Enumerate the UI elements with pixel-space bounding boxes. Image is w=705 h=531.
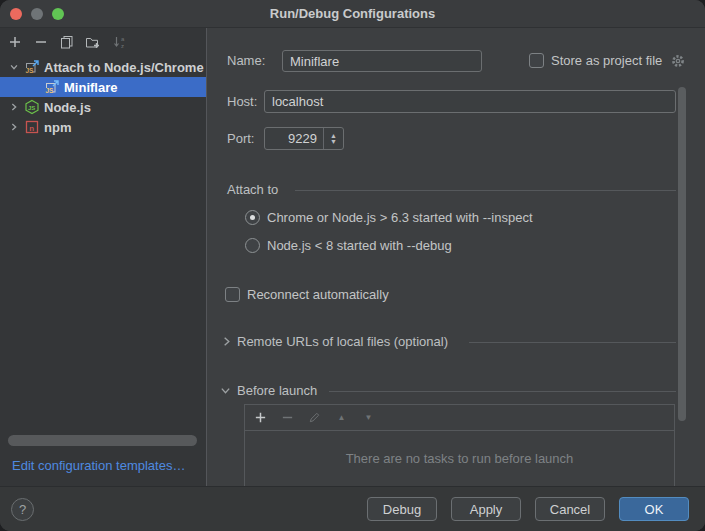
before-launch-toolbar: ▲ ▼ (245, 405, 674, 431)
configurations-sidebar: az JS Attach to Node.js/Chrome JS (0, 28, 207, 486)
tree-item-label: Attach to Node.js/Chrome (44, 60, 204, 75)
run-debug-configurations-dialog: Run/Debug Configurations az (0, 0, 705, 531)
radio-chrome-inspect-label: Chrome or Node.js > 6.3 started with --i… (267, 210, 533, 226)
sidebar-toolbar: az (0, 28, 206, 55)
help-button[interactable]: ? (11, 498, 34, 521)
svg-text:JS: JS (46, 87, 55, 94)
radio-nodejs-debug[interactable] (245, 238, 260, 253)
copy-configuration-icon[interactable] (59, 34, 74, 49)
svg-text:n: n (29, 124, 34, 133)
tree-item-nodejs[interactable]: JS Node.js (0, 97, 206, 117)
name-label: Name: (227, 50, 265, 72)
nodejs-icon: JS (24, 99, 40, 115)
tree-item-npm[interactable]: n npm (0, 117, 206, 137)
port-value[interactable]: 9229 (265, 128, 323, 149)
stepper-down-icon[interactable]: ▼ (330, 139, 337, 145)
sort-configurations-icon[interactable]: az (111, 34, 126, 49)
cancel-button[interactable]: Cancel (535, 497, 605, 521)
gear-icon[interactable] (671, 54, 685, 68)
host-input[interactable] (264, 90, 676, 113)
host-label: Host: (227, 90, 257, 113)
remote-urls-section-label[interactable]: Remote URLs of local files (optional) (237, 335, 448, 349)
new-folder-icon[interactable] (85, 34, 100, 49)
dialog-footer: ? Debug Apply Cancel OK (0, 486, 705, 531)
sidebar-horizontal-scrollbar[interactable] (8, 435, 197, 446)
port-stepper[interactable]: ▲▼ (323, 128, 343, 149)
store-as-project-file-checkbox[interactable] (529, 53, 544, 68)
svg-text:z: z (121, 42, 124, 48)
add-configuration-icon[interactable] (7, 34, 22, 49)
tree-item-label: Miniflare (64, 80, 117, 95)
svg-text:JS: JS (26, 67, 35, 74)
apply-button[interactable]: Apply (451, 497, 521, 521)
attach-nodejs-icon: JS (44, 79, 60, 95)
svg-text:JS: JS (28, 105, 35, 111)
store-as-project-file-label: Store as project file (551, 50, 662, 72)
radio-nodejs-debug-label: Node.js < 8 started with --debug (267, 238, 452, 254)
attach-nodejs-icon: JS (24, 59, 40, 75)
close-window-button[interactable] (10, 8, 22, 20)
tree-item-label: Node.js (44, 100, 91, 115)
port-input[interactable]: 9229 ▲▼ (264, 127, 344, 150)
configuration-form: Name: Store as project file Host: Port: … (207, 28, 705, 486)
reconnect-automatically-label: Reconnect automatically (247, 287, 389, 303)
section-separator (329, 391, 676, 392)
edit-task-icon (307, 410, 322, 425)
before-launch-tasks-panel: ▲ ▼ There are no tasks to run before lau… (244, 404, 675, 486)
move-task-up-icon: ▲ (334, 410, 349, 425)
chevron-right-icon[interactable] (8, 121, 20, 133)
content-vertical-scrollbar[interactable] (678, 87, 686, 421)
window-controls (0, 8, 64, 20)
attach-to-section-label: Attach to (227, 183, 278, 197)
remove-configuration-icon[interactable] (33, 34, 48, 49)
move-task-down-icon: ▼ (361, 410, 376, 425)
tree-item-label: npm (44, 120, 71, 135)
svg-text:a: a (121, 36, 125, 42)
chevron-right-icon[interactable] (221, 336, 232, 347)
tree-item-miniflare-selected[interactable]: JS Miniflare (0, 77, 206, 97)
minimize-window-button (31, 8, 43, 20)
tree-item-attach-to-nodejs-chrome[interactable]: JS Attach to Node.js/Chrome (0, 57, 206, 77)
section-separator (295, 190, 676, 191)
port-label: Port: (227, 127, 254, 150)
ok-button[interactable]: OK (619, 497, 689, 521)
zoom-window-button[interactable] (52, 8, 64, 20)
section-separator (469, 342, 676, 343)
chevron-right-icon[interactable] (8, 101, 20, 113)
edit-configuration-templates-link[interactable]: Edit configuration templates… (12, 458, 185, 473)
name-input[interactable] (282, 50, 482, 72)
before-launch-section-label[interactable]: Before launch (237, 384, 317, 398)
chevron-down-icon[interactable] (8, 61, 20, 73)
add-task-icon[interactable] (253, 410, 268, 425)
title-bar: Run/Debug Configurations (0, 0, 705, 28)
npm-icon: n (24, 119, 40, 135)
configurations-tree: JS Attach to Node.js/Chrome JS Miniflare (0, 57, 206, 137)
chevron-down-icon[interactable] (220, 385, 231, 396)
debug-button[interactable]: Debug (367, 497, 437, 521)
dialog-title: Run/Debug Configurations (0, 6, 705, 21)
remove-task-icon (280, 410, 295, 425)
reconnect-automatically-checkbox[interactable] (225, 287, 240, 302)
no-tasks-message: There are no tasks to run before launch (245, 431, 674, 486)
radio-chrome-inspect[interactable] (245, 210, 260, 225)
